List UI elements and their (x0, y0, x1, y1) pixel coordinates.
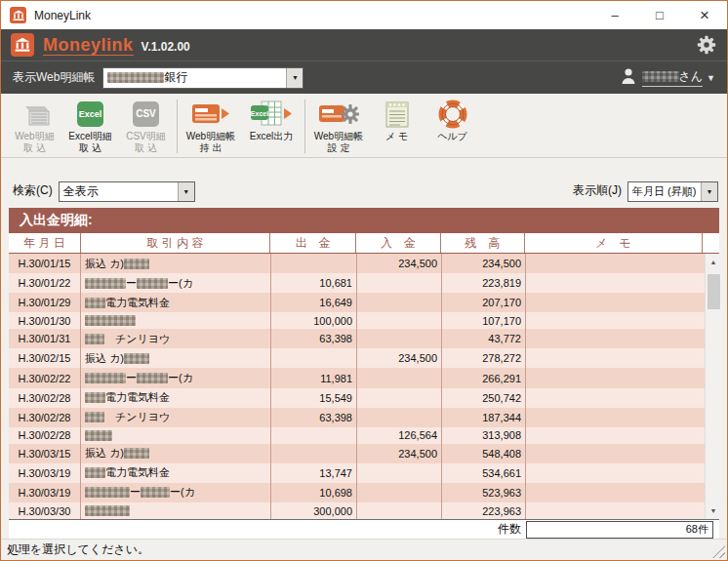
desc-redacted (85, 315, 136, 326)
scrollbar-thumb[interactable] (708, 274, 720, 309)
close-button[interactable]: × (682, 1, 727, 29)
sort-select[interactable]: 年月日 (昇順) ▼ (627, 181, 718, 202)
table-row[interactable]: H.30/01/31 チンリヨウ63,39843,772 (9, 329, 705, 348)
settings-gear-icon[interactable] (696, 34, 717, 56)
cell-balance: 534,661 (442, 463, 526, 483)
table-row[interactable]: H.30/03/15振込 カ)234,500548,408 (9, 444, 705, 463)
table-row[interactable]: H.30/02/22ーー(カ11,981266,291 (9, 368, 705, 387)
toolbar-memo-button[interactable]: メ モ (369, 99, 425, 142)
window-title: MoneyLink (34, 9, 91, 22)
desc-text: ー (126, 371, 137, 385)
cell-date: H.30/01/22 (9, 273, 81, 293)
cell-in: 234,500 (357, 444, 442, 463)
cell-balance: 223,819 (442, 273, 526, 293)
title-bar: MoneyLink – □ × (1, 1, 727, 29)
user-menu[interactable]: さん ▼ (621, 67, 715, 89)
desc-redacted (85, 278, 126, 289)
toolbar-label: Web明細帳 (186, 131, 235, 142)
cell-memo (526, 254, 705, 273)
table-row[interactable]: H.30/01/29電力電気料金16,649207,170 (9, 293, 705, 312)
cell-out: 13,747 (271, 463, 357, 483)
desc-text: 振込 カ) (85, 351, 124, 366)
account-select[interactable]: 銀行 ▼ (102, 67, 303, 89)
cell-in (357, 329, 442, 348)
resize-grip[interactable] (712, 545, 725, 558)
cell-date: H.30/01/30 (9, 312, 81, 329)
toolbar-label: 取 込 (135, 142, 157, 154)
table-row[interactable]: H.30/02/28電力電気料金15,549250,742 (9, 388, 705, 408)
cell-memo (526, 293, 705, 312)
app-header: Moneylink V.1.02.00 (1, 29, 727, 60)
toolbar: Web明細 取 込 Excel Excel明細 取 込 CSV CSV明細 取 … (1, 94, 727, 158)
svg-text:Excel: Excel (251, 110, 268, 117)
cell-out: 100,000 (271, 312, 357, 329)
cell-memo (526, 427, 705, 444)
toolbar-help-button[interactable]: ヘルプ (425, 99, 480, 142)
cell-desc (81, 502, 271, 519)
cell-memo (526, 408, 705, 427)
cell-date: H.30/02/28 (9, 427, 81, 444)
column-header-memo: メ モ (525, 233, 704, 253)
account-label: 表示Web明細帳 (13, 69, 95, 86)
table-header: 年 月 日取 引 内 容出 金入 金残 高メ モ (9, 233, 719, 254)
cell-date: H.30/01/31 (9, 329, 81, 348)
cell-date: H.30/02/28 (9, 388, 81, 408)
desc-redacted (85, 487, 130, 498)
toolbar-excel-output-button[interactable]: Excel Excel出力 (241, 99, 302, 142)
csv-icon: CSV (133, 101, 159, 127)
minimize-button[interactable]: – (592, 1, 637, 29)
toolbar-web-meisaicho-export-button[interactable]: Web明細帳 持 出 (181, 99, 241, 154)
cell-memo (526, 463, 705, 483)
cell-out: 63,398 (271, 329, 357, 348)
cell-in (357, 368, 442, 387)
table-body-rows: H.30/01/15振込 カ)234,500234,500H.30/01/22ー… (9, 254, 705, 519)
cell-desc: 電力電気料金 (81, 463, 271, 483)
table-body: H.30/01/15振込 カ)234,500234,500H.30/01/22ー… (9, 254, 719, 519)
cell-out: 300,000 (271, 502, 357, 519)
table-row[interactable]: H.30/02/28126,564313,908 (9, 427, 705, 444)
toolbar-label: Excel出力 (250, 131, 293, 142)
toolbar-separator (177, 100, 178, 153)
desc-redacted (137, 278, 168, 289)
filter-row: 検索(C) 全表示 ▼ 表示順(J) 年月日 (昇順) ▼ (1, 158, 727, 208)
table-row[interactable]: H.30/03/19電力電気料金13,747534,661 (9, 463, 705, 483)
vertical-scrollbar[interactable]: ▲ ▼ (705, 254, 721, 519)
table-row[interactable]: H.30/01/30100,000107,170 (9, 312, 705, 329)
account-select-arrow-icon[interactable]: ▼ (286, 68, 303, 88)
column-header-out: 出 金 (270, 233, 356, 253)
toolbar-excel-meisai-import-button[interactable]: Excel Excel明細 取 込 (62, 99, 118, 154)
column-header-balance: 残 高 (441, 233, 525, 253)
desc-text: ー(カ (168, 276, 193, 291)
table-row[interactable]: H.30/01/15振込 カ)234,500234,500 (9, 254, 705, 273)
cell-balance: 234,500 (442, 254, 526, 273)
search-select-arrow-icon[interactable]: ▼ (178, 182, 194, 201)
cell-out: 11,981 (271, 368, 357, 387)
toolbar-web-meisaicho-settings-button[interactable]: Web明細帳 設 定 (308, 99, 369, 154)
user-icon (621, 67, 636, 89)
desc-redacted (85, 412, 104, 422)
table-row[interactable]: H.30/02/28 チンリヨウ63,398187,344 (9, 408, 705, 427)
scroll-up-icon[interactable]: ▲ (706, 254, 722, 270)
desc-redacted (137, 373, 168, 383)
table-row[interactable]: H.30/02/15振込 カ)234,500278,272 (9, 348, 705, 368)
web-import-icon (20, 99, 51, 130)
table-row[interactable]: H.30/03/30300,000223,963 (9, 502, 705, 519)
toolbar-label: 取 込 (79, 142, 101, 154)
cell-in (357, 388, 442, 408)
table-row[interactable]: H.30/03/19ーー(カ10,698523,963 (9, 483, 705, 502)
cell-balance: 313,908 (442, 427, 526, 444)
count-label: 件数 (9, 521, 526, 538)
desc-text: ー (126, 276, 137, 291)
cell-date: H.30/03/19 (9, 483, 81, 502)
search-select[interactable]: 全表示 ▼ (59, 181, 195, 202)
status-message: 処理を選択してください。 (7, 541, 149, 558)
scroll-down-icon[interactable]: ▼ (706, 502, 722, 519)
maximize-button[interactable]: □ (637, 1, 682, 29)
table-row[interactable]: H.30/01/22ーー(カ10,681223,819 (9, 273, 705, 293)
desc-redacted (124, 259, 149, 269)
sort-select-arrow-icon[interactable]: ▼ (701, 182, 717, 201)
desc-redacted (85, 467, 105, 478)
cell-memo (526, 444, 705, 463)
section-title: 入出金明細: (9, 208, 719, 233)
cell-balance: 207,170 (442, 293, 526, 312)
